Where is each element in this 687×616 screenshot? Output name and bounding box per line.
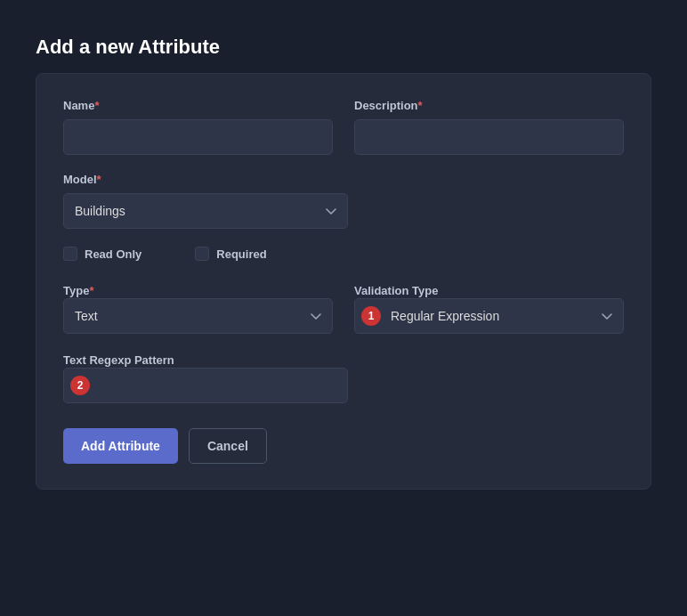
description-group: Description* bbox=[354, 99, 624, 155]
validation-type-select[interactable]: Regular Expression None Custom bbox=[354, 298, 624, 334]
checkbox-row: Read Only Required bbox=[63, 247, 624, 261]
required-checkbox[interactable] bbox=[195, 247, 209, 261]
cancel-button[interactable]: Cancel bbox=[189, 428, 267, 464]
read-only-group: Read Only bbox=[63, 247, 141, 261]
validation-type-label: Validation Type bbox=[354, 284, 438, 297]
type-validation-row: Type* Text Number Boolean Date Validatio… bbox=[63, 282, 624, 334]
page-container: Add a new Attribute Name* Description* M… bbox=[18, 18, 669, 616]
model-select[interactable]: Buildings Floors Units bbox=[63, 193, 348, 229]
required-group: Required bbox=[195, 247, 266, 261]
pattern-row: Text Regexp Pattern 2 bbox=[63, 352, 624, 403]
model-row: Model* Buildings Floors Units bbox=[63, 173, 624, 229]
add-attribute-button[interactable]: Add Attribute bbox=[63, 428, 178, 464]
description-label: Description* bbox=[354, 99, 624, 112]
name-group: Name* bbox=[63, 99, 333, 155]
model-group: Model* Buildings Floors Units bbox=[63, 173, 348, 229]
button-row: Add Attribute Cancel bbox=[63, 428, 624, 464]
read-only-label[interactable]: Read Only bbox=[85, 247, 141, 261]
type-group: Type* Text Number Boolean Date bbox=[63, 282, 333, 334]
type-label: Type* bbox=[63, 284, 93, 297]
form-card: Name* Description* Model* Buildings Floo… bbox=[36, 73, 651, 490]
required-label[interactable]: Required bbox=[216, 247, 266, 261]
validation-type-group: Validation Type 1 Regular Expression Non… bbox=[354, 282, 624, 334]
model-label: Model* bbox=[63, 173, 348, 186]
validation-select-wrapper: 1 Regular Expression None Custom bbox=[354, 298, 624, 334]
name-input[interactable] bbox=[63, 119, 333, 155]
read-only-checkbox[interactable] bbox=[63, 247, 77, 261]
description-input[interactable] bbox=[354, 119, 624, 155]
pattern-input-wrapper: 2 bbox=[63, 368, 348, 403]
page-title: Add a new Attribute bbox=[36, 36, 651, 59]
pattern-input[interactable] bbox=[63, 368, 348, 403]
type-select[interactable]: Text Number Boolean Date bbox=[63, 298, 333, 334]
pattern-label: Text Regexp Pattern bbox=[63, 353, 174, 367]
name-label: Name* bbox=[63, 99, 333, 112]
name-description-row: Name* Description* bbox=[63, 99, 624, 155]
